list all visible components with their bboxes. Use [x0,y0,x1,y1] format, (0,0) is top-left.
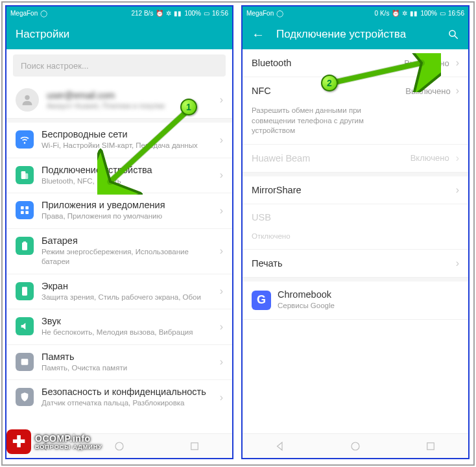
watermark: ✚ OCOMP.info ВОПРОСЫ АДМИНУ [6,429,102,454]
search-icon[interactable] [447,29,459,40]
signal-icon: ▮▮ [174,10,182,17]
chevron-right-icon: › [220,356,223,368]
chevron-right-icon: › [456,257,459,269]
row-chromebook[interactable]: G Chromebook Сервисы Google [243,281,468,320]
chevron-right-icon: › [220,245,223,257]
chevron-right-icon: › [220,134,223,146]
chevron-right-icon: › [456,85,459,97]
row-value: Выключено [404,58,449,68]
svg-rect-13 [191,442,198,449]
row-subtitle: Датчик отпечатка пальца, Разблокировка [42,398,212,409]
chevron-right-icon: › [456,152,459,164]
row-title: Печать [252,258,449,269]
row-subtitle: Не беспокоить, Мелодия вызова, Вибрация [42,328,212,338]
row-subtitle: Режим энергосбережения, Использование ба… [42,247,212,267]
row-subtitle: Сервисы Google [278,301,459,311]
search-input[interactable]: Поиск настроек... [13,54,226,77]
row-title: Huawei Beam [252,153,404,163]
row-subtitle: Отключено [252,232,388,242]
svg-rect-8 [23,241,26,243]
settings-row-screen[interactable]: ЭкранЗащита зрения, Стиль рабочего экран… [6,274,232,310]
clock: 16:56 [448,10,464,17]
wifi-icon: ✲ [166,10,171,17]
chevron-right-icon: › [220,392,223,403]
row-usb: USB Отключено [243,204,468,250]
screen-icon [16,282,34,300]
watermark-site: OCOMP.info [35,433,102,444]
signal-icon: ▮▮ [410,10,418,17]
chevron-right-icon: › [220,169,223,181]
settings-row-battery[interactable]: БатареяРежим энергосбережения, Использов… [6,229,232,274]
battery-pct: 100% [184,10,201,17]
page-title: Настройки [16,28,69,41]
row-print[interactable]: Печать › [243,250,468,278]
svg-point-14 [449,30,455,36]
settings-row-apps[interactable]: Приложения и уведомленияПрава, Приложени… [6,193,232,229]
carrier-label: MegaFon [246,10,274,17]
storage-icon [16,353,34,371]
carrier-label: MegaFon [10,10,38,17]
settings-row-wifi[interactable]: Беспроводные сетиWi-Fi, Настройки SIM-ка… [6,123,232,158]
row-title: Безопасность и конфиденциальность [42,387,212,397]
row-subtitle: Память, Очистка памяти [42,363,212,374]
carrier-ring-icon: ◯ [40,10,47,17]
security-icon [16,388,34,406]
row-subtitle: Wi-Fi, Настройки SIM-карт, Передача данн… [42,141,212,151]
svg-rect-6 [25,211,29,214]
net-speed: 212 B/s [131,10,153,17]
svg-rect-4 [25,206,29,210]
back-arrow-icon[interactable]: ← [252,27,265,42]
svg-point-11 [22,361,23,363]
chromebook-icon: G [252,291,271,310]
row-title: MirrorShare [252,185,449,195]
alarm-icon: ⏰ [392,10,399,17]
nav-recent-icon[interactable] [189,440,200,452]
account-row[interactable]: user@email.com Аккаунт Huawei, Платежи и… [6,82,232,119]
nav-recent-icon[interactable] [425,440,436,452]
chevron-right-icon: › [220,94,223,106]
page-title: Подключение устройства [276,28,406,41]
row-value: Включено [411,153,449,163]
row-subtitle: Разрешить обмен данными при совмещении т… [252,106,388,136]
nav-back-icon[interactable] [274,440,286,452]
row-subtitle: Bluetooth, NFC, Печать [42,176,212,187]
watermark-logo-icon: ✚ [6,429,31,454]
nav-home-icon[interactable] [350,440,361,452]
status-bar: MegaFon ◯ 0 K/s ⏰ ✲ ▮▮ 100% ▭ 16:56 [243,6,468,19]
settings-row-security[interactable]: Безопасность и конфиденциальностьДатчик … [6,380,232,415]
row-nfc[interactable]: NFC Выключено › Разрешить обмен данными … [243,77,468,145]
phone-right: MegaFon ◯ 0 K/s ⏰ ✲ ▮▮ 100% ▭ 16:56 ← По… [241,5,470,459]
system-nav-bar [243,433,468,458]
sound-icon [16,317,34,335]
row-title: USB [252,212,459,222]
row-mirrorshare[interactable]: MirrorShare › [243,176,468,204]
nav-home-icon[interactable] [113,440,125,452]
row-title: Chromebook [278,289,459,300]
row-title: Батарея [42,235,212,246]
app-bar: Настройки [6,19,232,49]
svg-point-16 [351,442,359,450]
settings-row-device[interactable]: Подключение устройстваBluetooth, NFC, Пе… [6,158,232,194]
row-huawei-beam: Huawei Beam Включено › [243,145,468,173]
phone-left: MegaFon ◯ 212 B/s ⏰ ✲ ▮▮ 100% ▭ 16:56 На… [5,5,233,459]
status-bar: MegaFon ◯ 212 B/s ⏰ ✲ ▮▮ 100% ▭ 16:56 [6,6,232,19]
apps-icon [16,201,34,219]
row-title: Память [42,352,212,362]
wifi-icon: ✲ [402,10,407,17]
row-title: Беспроводные сети [42,129,212,139]
alarm-icon: ⏰ [156,10,163,17]
svg-line-15 [455,36,458,39]
svg-rect-10 [21,359,29,365]
chevron-right-icon: › [220,205,223,217]
wifi-icon [16,130,34,149]
watermark-sub: ВОПРОСЫ АДМИНУ [35,444,102,450]
settings-row-sound[interactable]: ЗвукНе беспокоить, Мелодия вызова, Вибра… [6,309,232,345]
settings-list: Беспроводные сетиWi-Fi, Настройки SIM-ка… [6,119,232,415]
row-bluetooth[interactable]: Bluetooth Выключено › [243,49,468,77]
row-title: Экран [42,281,212,291]
row-title: Bluetooth [252,58,398,68]
row-title: Звук [42,316,212,326]
chevron-right-icon: › [220,321,223,333]
settings-row-storage[interactable]: ПамятьПамять, Очистка памяти› [6,345,232,381]
net-speed: 0 K/s [375,10,390,17]
